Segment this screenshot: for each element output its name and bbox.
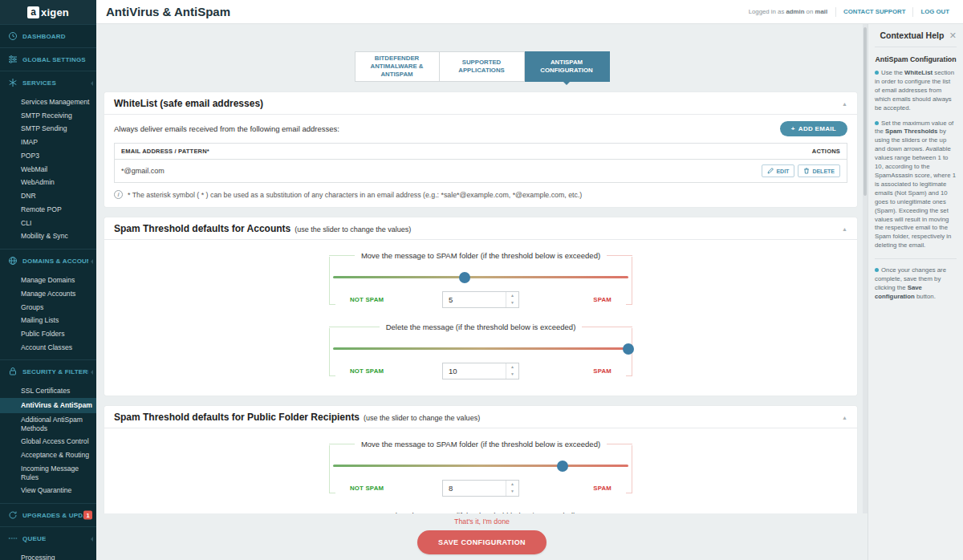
divider [875, 258, 957, 259]
spinner-up-icon[interactable]: ▲ [506, 363, 518, 371]
tab-antispam-configuration[interactable]: ANTISPAM CONFIGURATION [525, 51, 610, 82]
spam-label: SPAM [593, 296, 612, 303]
sidebar-item-smtp-receiving[interactable]: SMTP Receiving [0, 109, 96, 123]
sidebar-item-label: UPGRADES & UPDATES [22, 512, 88, 519]
collapse-icon[interactable]: ▲ [842, 226, 847, 232]
sidebar-item-upgrades-updates[interactable]: UPGRADES & UPDATES 1 [0, 503, 96, 526]
sidebar-item-manage-accounts[interactable]: Manage Accounts [0, 287, 96, 301]
collapse-icon[interactable]: ▲ [842, 415, 847, 420]
save-configuration-button[interactable]: SAVE CONFIGURATION [417, 530, 547, 554]
sidebar-item-additional-antispam-methods[interactable]: Additional AntiSpam Methods [0, 413, 96, 435]
sidebar-item-antivirus-antispam[interactable]: AntiVirus & AntiSpam [0, 398, 96, 413]
sidebar-item-label: GLOBAL SETTINGS [22, 56, 86, 63]
sidebar-item-view-quarantine[interactable]: View Quarantine [0, 484, 96, 497]
sidebar-item-dashboard[interactable]: DASHBOARD [0, 24, 96, 47]
not-spam-label: NOT SPAM [350, 485, 384, 492]
sidebar-item-services[interactable]: SERVICES [0, 71, 96, 94]
log-out-link[interactable]: LOG OUT [912, 7, 957, 17]
sidebar-item-webadmin[interactable]: WebAdmin [0, 176, 96, 189]
slider-track[interactable] [333, 271, 628, 283]
sidebar-item-pop3[interactable]: POP3 [0, 149, 96, 163]
sidebar-item-ssl-certificates[interactable]: SSL Certificates [0, 384, 96, 398]
accounts-thresholds-section: Spam Threshold defaults for Accounts (us… [104, 217, 857, 396]
trash-icon [803, 168, 810, 174]
tab-supported-applications[interactable]: SUPPORTED APPLICATIONS [440, 51, 525, 82]
add-email-button[interactable]: + ADD EMAIL [780, 121, 847, 136]
slider-handle[interactable] [623, 343, 634, 355]
sidebar-item-dnr[interactable]: DNR [0, 189, 96, 203]
sidebar-item-incoming-message-rules[interactable]: Incoming Message Rules [0, 462, 96, 484]
sidebar-item-services-management[interactable]: Services Management [0, 95, 96, 109]
slider-handle[interactable] [459, 272, 470, 283]
slider-handle[interactable] [557, 461, 568, 472]
sidebar-item-label: SECURITY & FILTERING [22, 368, 88, 375]
bullet-icon [875, 268, 879, 272]
public-folder-thresholds-subtitle: (use the slider to change the values) [364, 414, 480, 422]
scrollbar-thumb[interactable] [863, 27, 867, 196]
spinner-down-icon[interactable]: ▼ [506, 299, 518, 307]
slider-move-to-spam-accounts: Move the message to SPAM folder (if the … [329, 251, 632, 311]
delete-button[interactable]: DELETE [798, 164, 840, 177]
sidebar-section-queue: QUEUE Processing View Queue [0, 526, 96, 560]
sidebar-item-mobility-sync[interactable]: Mobility & Sync [0, 229, 96, 243]
spinner-down-icon[interactable]: ▼ [506, 371, 518, 379]
logo-text: xigen [41, 6, 69, 18]
sidebar-item-webmail[interactable]: WebMail [0, 163, 96, 177]
updates-badge: 1 [83, 511, 92, 520]
threshold-input[interactable] [443, 363, 506, 379]
sidebar-section-upgrades-updates: UPGRADES & UPDATES 1 [0, 503, 96, 526]
threshold-input[interactable] [443, 481, 506, 496]
sidebar-item-processing[interactable]: Processing [0, 551, 96, 560]
sidebar-item-remote-pop[interactable]: Remote POP [0, 203, 96, 217]
sidebar-item-account-classes[interactable]: Account Classes [0, 341, 96, 355]
sidebar-item-label: DOMAINS & ACCOUNTS [22, 258, 88, 265]
slider-track[interactable] [333, 343, 628, 355]
threshold-input[interactable] [443, 292, 506, 307]
edit-button[interactable]: EDIT [762, 164, 794, 177]
column-header-actions: ACTIONS [812, 148, 840, 155]
sliders-icon [8, 55, 18, 64]
sidebar-item-public-folders[interactable]: Public Folders [0, 327, 96, 341]
collapse-icon[interactable]: ▲ [842, 101, 847, 107]
chevron-icon [91, 259, 93, 264]
dashboard-icon [8, 31, 18, 41]
sidebar-item-manage-domains[interactable]: Manage Domains [0, 274, 96, 287]
logged-in-middle: on [807, 8, 814, 15]
sidebar-item-queue[interactable]: QUEUE [0, 526, 96, 550]
public-folder-thresholds-title: Spam Threshold defaults for Public Folde… [114, 412, 360, 423]
help-text-bold: WhiteList [904, 69, 933, 76]
sidebar-item-imap[interactable]: IMAP [0, 136, 96, 149]
sidebar-item-domains-accounts[interactable]: DOMAINS & ACCOUNTS [0, 249, 96, 272]
help-text-bold: Spam Thresholds [885, 128, 937, 135]
sidebar-item-global-access-control[interactable]: Global Access Control [0, 435, 96, 448]
spinner-control: ▲ ▼ [506, 481, 518, 496]
spinner-down-icon[interactable]: ▼ [506, 488, 518, 496]
sidebar-section-dashboard: DASHBOARD [0, 24, 96, 47]
sidebar-item-mailing-lists[interactable]: Mailing Lists [0, 314, 96, 327]
lock-icon [8, 367, 18, 376]
sidebar-item-global-settings[interactable]: GLOBAL SETTINGS [0, 47, 96, 71]
tab-bitdefender-antimalware-antispam[interactable]: BITDEFENDER ANTIMALWARE & ANTISPAM [355, 51, 440, 82]
sidebar-item-acceptance-routing[interactable]: Acceptance & Routing [0, 448, 96, 462]
help-text: Use the [881, 69, 904, 76]
contact-support-link[interactable]: CONTACT SUPPORT [835, 7, 912, 17]
help-bullet: Use the WhiteList section in order to co… [875, 69, 957, 113]
not-spam-label: NOT SPAM [350, 296, 384, 303]
axigen-logo[interactable]: a xigen [0, 0, 96, 24]
sidebar-item-security-filtering[interactable]: SECURITY & FILTERING [0, 359, 96, 383]
spinner-up-icon[interactable]: ▲ [506, 481, 518, 489]
close-icon[interactable]: ✕ [949, 31, 957, 40]
services-icon [8, 78, 18, 87]
sidebar-item-cli[interactable]: CLI [0, 217, 96, 230]
save-footer: That's it, I'm done SAVE CONFIGURATION [96, 513, 868, 560]
sidebar-section-global-settings: GLOBAL SETTINGS [0, 47, 96, 71]
page-title: AntiVirus & AntiSpam [96, 5, 230, 18]
spinner-up-icon[interactable]: ▲ [506, 292, 518, 300]
help-text: by using the sliders or the up and down … [875, 128, 956, 249]
sidebar-item-groups[interactable]: Groups [0, 301, 96, 314]
slider-track[interactable] [333, 460, 628, 472]
sidebar-item-label: DASHBOARD [22, 33, 66, 40]
sidebar-item-smtp-sending[interactable]: SMTP Sending [0, 122, 96, 136]
help-text: button. [915, 293, 936, 300]
logged-in-status: Logged in as admin on mail [749, 8, 827, 15]
